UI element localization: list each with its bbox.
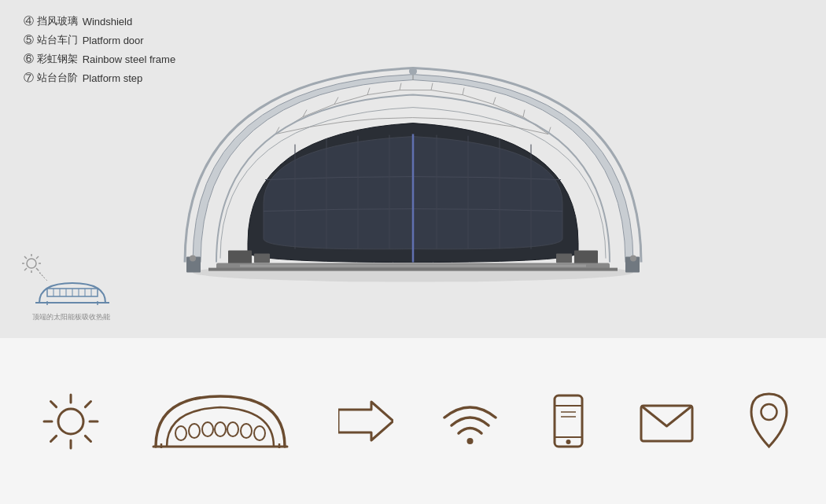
svg-rect-35 <box>208 268 618 271</box>
svg-line-16 <box>431 90 463 95</box>
svg-rect-85 <box>555 395 582 447</box>
svg-point-40 <box>630 256 636 262</box>
svg-point-79 <box>254 426 265 440</box>
svg-point-77 <box>227 422 238 436</box>
sun-icon <box>39 390 102 453</box>
svg-marker-83 <box>338 402 393 440</box>
svg-line-7 <box>463 88 464 95</box>
label-windshield: ④ 挡风玻璃 Windshield <box>24 14 175 28</box>
svg-line-50 <box>24 256 27 259</box>
svg-point-78 <box>241 424 252 438</box>
label-rainbow-steel: ⑥ 彩虹钢架 Rainbow steel frame <box>24 52 175 66</box>
svg-line-69 <box>51 401 57 407</box>
svg-point-74 <box>189 424 200 438</box>
svg-point-42 <box>27 259 36 268</box>
svg-line-5 <box>400 83 401 90</box>
mail-icon <box>637 398 696 445</box>
station-illustration <box>138 39 688 290</box>
svg-point-88 <box>566 440 571 444</box>
svg-line-70 <box>85 436 90 441</box>
mini-caption: 顶端的太阳能板吸收热能 <box>32 312 110 322</box>
phone-icon <box>547 392 590 451</box>
arrow-icon <box>338 399 393 443</box>
top-section: ④ 挡风玻璃 Windshield ⑤ 站台车门 Platform door ⑥… <box>0 0 826 338</box>
svg-line-6 <box>431 83 433 90</box>
svg-line-51 <box>38 270 44 278</box>
svg-rect-32 <box>254 254 270 263</box>
svg-line-44 <box>36 256 39 259</box>
svg-point-84 <box>467 438 474 444</box>
svg-point-41 <box>409 68 417 75</box>
svg-rect-30 <box>228 251 252 265</box>
arch-station-icon <box>149 390 291 453</box>
svg-line-72 <box>51 436 57 441</box>
svg-line-52 <box>39 273 47 281</box>
svg-rect-33 <box>556 254 572 263</box>
label-platform-door: ⑤ 站台车门 Platform door <box>24 33 175 47</box>
svg-line-12 <box>303 105 334 117</box>
svg-line-71 <box>85 401 90 407</box>
svg-point-73 <box>175 426 186 440</box>
small-solar-diagram: 顶端的太阳能板吸收热能 <box>24 256 118 322</box>
wifi-icon <box>441 395 500 447</box>
bottom-section <box>0 338 826 504</box>
svg-line-8 <box>493 97 496 105</box>
svg-point-75 <box>202 422 213 436</box>
label-platform-step: ⑦ 站台台阶 Platform step <box>24 71 175 85</box>
svg-point-64 <box>58 409 83 434</box>
svg-rect-31 <box>574 251 598 265</box>
location-icon <box>743 390 795 453</box>
svg-point-39 <box>190 256 196 262</box>
svg-rect-36 <box>240 265 586 267</box>
svg-line-18 <box>493 105 523 117</box>
svg-point-92 <box>761 404 777 420</box>
svg-line-9 <box>523 110 525 117</box>
svg-line-48 <box>24 268 27 270</box>
svg-point-76 <box>215 422 226 436</box>
labels-panel: ④ 挡风玻璃 Windshield ⑤ 站台车门 Platform door ⑥… <box>24 14 175 90</box>
svg-line-14 <box>367 90 400 95</box>
svg-line-4 <box>367 88 370 95</box>
